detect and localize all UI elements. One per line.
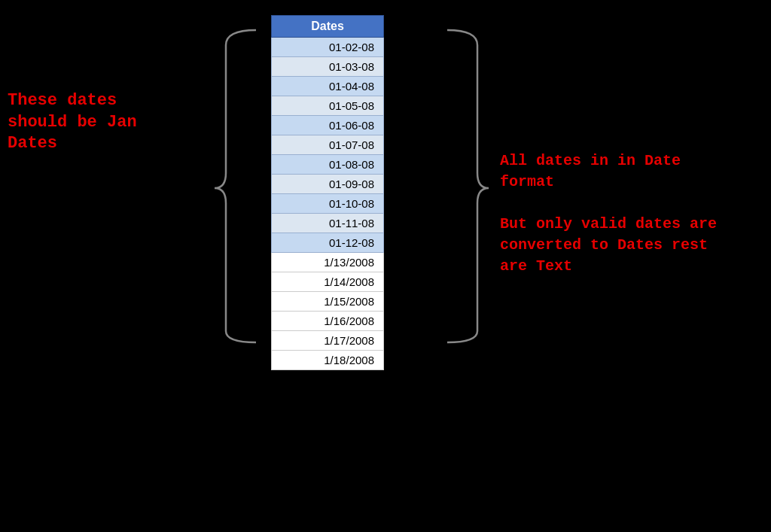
table-row: 01-09-08 xyxy=(272,175,384,194)
table-header: Dates xyxy=(272,16,384,38)
table-cell: 1/17/2008 xyxy=(272,331,384,351)
table-row: 01-05-08 xyxy=(272,96,384,116)
left-annotation-text: These dates should be Jan Dates xyxy=(8,90,173,155)
table-cell: 1/16/2008 xyxy=(272,312,384,331)
table-cell: 01-06-08 xyxy=(272,116,384,135)
table-row: 01-07-08 xyxy=(272,135,384,155)
right-brace-svg xyxy=(440,23,492,346)
table-cell: 01-03-08 xyxy=(272,57,384,77)
table-cell: 01-10-08 xyxy=(272,194,384,214)
table-row: 1/15/2008 xyxy=(272,292,384,312)
right-annotation-line1: All dates in in Date format xyxy=(500,152,681,190)
table-cell: 1/13/2008 xyxy=(272,253,384,272)
right-annotation: All dates in in Date format But only val… xyxy=(500,150,726,277)
table-row: 1/13/2008 xyxy=(272,253,384,272)
table-cell: 01-05-08 xyxy=(272,96,384,116)
right-annotation-line2: But only valid dates are converted to Da… xyxy=(500,215,717,275)
right-brace-container xyxy=(440,23,492,349)
main-container: Dates 01-02-0801-03-0801-04-0801-05-0801… xyxy=(0,0,771,532)
table-cell: 01-09-08 xyxy=(272,175,384,194)
table-row: 01-03-08 xyxy=(272,57,384,77)
table-container: Dates 01-02-0801-03-0801-04-0801-05-0801… xyxy=(271,15,384,370)
table-row: 1/14/2008 xyxy=(272,272,384,292)
left-brace-container xyxy=(211,23,264,349)
table-cell: 1/15/2008 xyxy=(272,292,384,312)
table-cell: 1/18/2008 xyxy=(272,351,384,370)
table-row: 1/17/2008 xyxy=(272,331,384,351)
left-annotation: These dates should be Jan Dates xyxy=(8,90,173,155)
right-annotation-text: All dates in in Date format But only val… xyxy=(500,150,726,277)
dates-table: Dates 01-02-0801-03-0801-04-0801-05-0801… xyxy=(271,15,384,370)
table-row: 01-10-08 xyxy=(272,194,384,214)
table-cell: 01-07-08 xyxy=(272,135,384,155)
table-cell: 01-11-08 xyxy=(272,214,384,233)
table-row: 01-11-08 xyxy=(272,214,384,233)
table-row: 01-08-08 xyxy=(272,155,384,175)
table-row: 1/18/2008 xyxy=(272,351,384,370)
table-cell: 1/14/2008 xyxy=(272,272,384,292)
table-row: 01-02-08 xyxy=(272,38,384,57)
table-cell: 01-12-08 xyxy=(272,233,384,253)
table-cell: 01-08-08 xyxy=(272,155,384,175)
table-row: 01-06-08 xyxy=(272,116,384,135)
left-brace-svg xyxy=(211,23,264,346)
table-cell: 01-04-08 xyxy=(272,77,384,96)
table-cell: 01-02-08 xyxy=(272,38,384,57)
table-row: 1/16/2008 xyxy=(272,312,384,331)
table-row: 01-04-08 xyxy=(272,77,384,96)
table-row: 01-12-08 xyxy=(272,233,384,253)
